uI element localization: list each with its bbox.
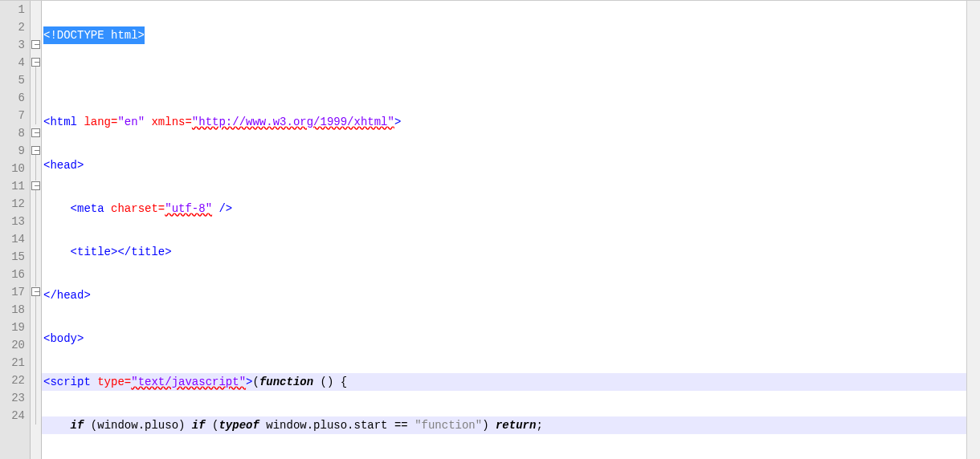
fold-toggle-icon[interactable] <box>31 181 40 190</box>
code-area[interactable]: <!DOCTYPE html> <html lang="en" xmlns="h… <box>42 1 980 459</box>
fold-guide <box>35 155 36 181</box>
line-number: 20 <box>0 336 25 354</box>
line-number: 22 <box>0 372 25 389</box>
line-number: 17 <box>0 283 25 301</box>
line-gutter: 1 2 3 4 5 6 7 8 9 10 11 12 13 14 15 16 1… <box>0 1 31 459</box>
fold-toggle-icon[interactable] <box>31 146 40 155</box>
code-line: <title></title> <box>42 243 980 261</box>
code-line: <script type="text/javascript">(function… <box>42 373 980 391</box>
line-number: 18 <box>0 301 25 319</box>
code-line: <meta charset="utf-8" /> <box>42 200 980 217</box>
code-line: <body> <box>42 330 980 347</box>
code-line: </head> <box>42 286 980 304</box>
line-number: 13 <box>0 213 25 230</box>
line-number: 10 <box>0 160 25 177</box>
line-number: 11 <box>0 177 25 195</box>
line-number: 12 <box>0 195 25 213</box>
fold-guide <box>35 190 36 286</box>
code-line: if (window.pluso) if (typeof window.plus… <box>42 416 980 434</box>
vertical-scrollbar[interactable] <box>966 1 980 459</box>
fold-toggle-icon[interactable] <box>31 40 40 49</box>
line-number: 3 <box>0 36 25 54</box>
fold-guide <box>35 67 36 124</box>
line-number: 24 <box>0 407 25 424</box>
line-number: 4 <box>0 54 25 71</box>
code-line: <html lang="en" xmlns="http://www.w3.org… <box>42 113 980 131</box>
line-number: 23 <box>0 389 25 407</box>
line-number: 8 <box>0 124 25 142</box>
line-number: 2 <box>0 18 25 36</box>
fold-toggle-icon[interactable] <box>31 287 40 296</box>
code-line: <!DOCTYPE html> <box>42 26 980 44</box>
line-number: 15 <box>0 248 25 266</box>
line-number: 1 <box>0 1 25 18</box>
line-number: 16 <box>0 266 25 283</box>
fold-toggle-icon[interactable] <box>31 58 40 67</box>
code-line: <head> <box>42 156 980 174</box>
line-number: 21 <box>0 354 25 372</box>
line-number: 6 <box>0 89 25 107</box>
line-number: 5 <box>0 71 25 89</box>
line-number: 7 <box>0 107 25 124</box>
fold-column <box>31 1 42 459</box>
line-number: 19 <box>0 319 25 336</box>
line-number: 14 <box>0 230 25 248</box>
fold-toggle-icon[interactable] <box>31 128 40 137</box>
line-number: 9 <box>0 142 25 160</box>
fold-guide <box>35 296 36 424</box>
code-editor[interactable]: 1 2 3 4 5 6 7 8 9 10 11 12 13 14 15 16 1… <box>0 0 980 459</box>
code-line <box>42 70 980 87</box>
selection: <!DOCTYPE html> <box>43 26 145 44</box>
